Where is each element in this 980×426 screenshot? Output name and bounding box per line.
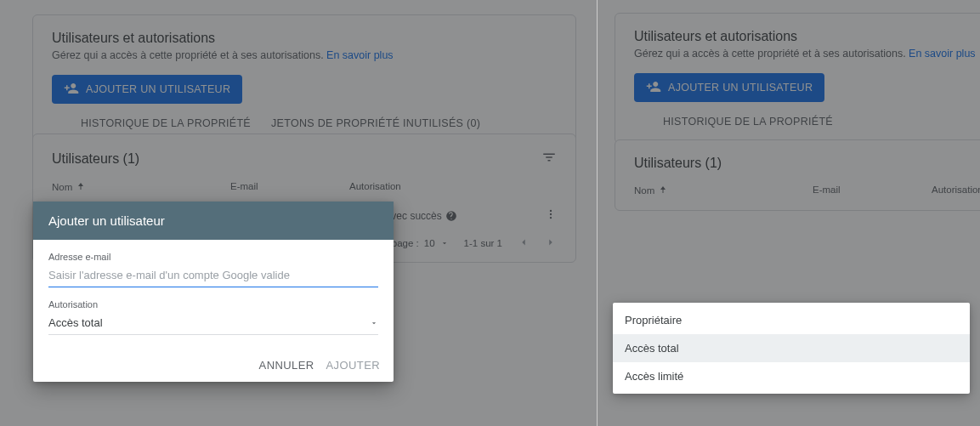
add-user-dialog: Ajouter un utilisateur Adresse e-mail Au… — [33, 202, 394, 382]
dialog-title: Ajouter un utilisateur — [33, 202, 394, 240]
auth-label: Autorisation — [48, 299, 378, 310]
email-label: Adresse e-mail — [48, 252, 378, 262]
auth-select[interactable]: Accès total — [48, 313, 378, 335]
dropdown-option-full[interactable]: Accès total — [613, 334, 970, 362]
dropdown-option-owner[interactable]: Propriétaire — [613, 306, 970, 334]
cancel-button[interactable]: ANNULER — [259, 359, 314, 372]
dropdown-option-limited[interactable]: Accès limité — [613, 362, 970, 390]
auth-dropdown: Propriétaire Accès total Accès limité — [613, 303, 970, 394]
confirm-button[interactable]: AJOUTER — [326, 359, 380, 372]
dropdown-icon — [370, 319, 378, 327]
email-field[interactable] — [48, 265, 378, 287]
